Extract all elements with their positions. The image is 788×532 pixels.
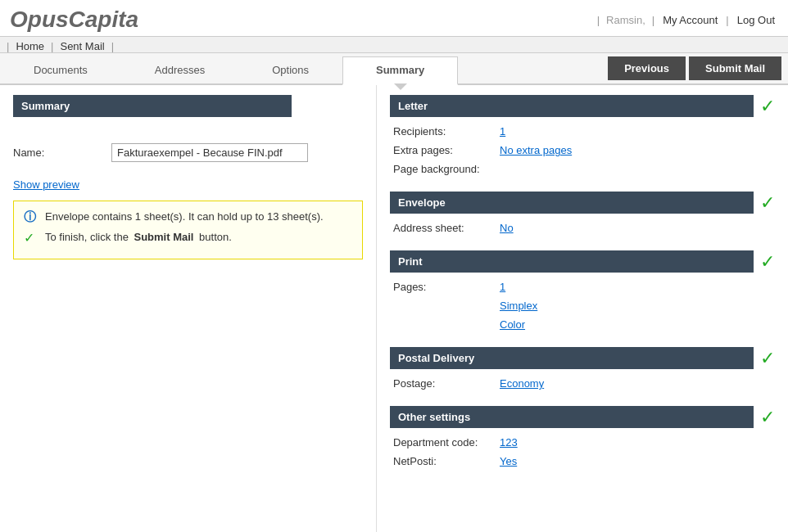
nav-addresses[interactable]: Addresses [121,56,238,83]
checkmark-icon: ✓ [24,230,38,246]
extra-pages-row: Extra pages: No extra pages [393,142,772,158]
extra-pages-value[interactable]: No extra pages [500,144,572,156]
other-settings-section: Other settings ✓ Department code: 123 Ne… [390,406,775,476]
pages-value[interactable]: 1 [500,281,505,293]
page-background-row: Page background: [393,161,772,177]
nav-sep-sent: | [51,40,53,52]
postage-row: Postage: Economy [393,376,772,391]
info-icon: ⓘ [24,210,38,225]
dept-code-row: Department code: 123 [393,435,772,450]
other-settings-header: Other settings ✓ [390,406,775,428]
print-body: Pages: 1 Simplex Color [390,273,775,339]
nav-documents[interactable]: Documents [0,56,121,83]
color-row: Color [393,317,772,332]
recipients-value[interactable]: 1 [500,125,505,138]
my-account-link[interactable]: My Account [663,14,718,26]
nav-bar: Documents Addresses Options Summary Prev… [0,53,788,85]
color-value[interactable]: Color [500,318,525,331]
address-sheet-row: Address sheet: No [393,220,772,236]
nav-sep-home: | [7,40,9,52]
envelope-info-text: Envelope contains 1 sheet(s). It can hol… [45,210,324,224]
print-check-icon: ✓ [760,251,775,273]
print-header: Print ✓ [390,250,775,273]
postal-delivery-section: Postal Delivery ✓ Postage: Economy [390,347,775,398]
nav-sep-end: | [111,40,114,52]
nav-options[interactable]: Options [238,56,342,83]
nav-sep3: | [726,14,728,26]
netposti-row: NetPosti: Yes [393,453,772,469]
logo-text: OpusCapita [10,7,138,32]
envelope-info-row: ⓘ Envelope contains 1 sheet(s). It can h… [24,210,352,225]
header: OpusCapita | Ramsin, | My Account | Log … [0,0,788,37]
envelope-check-icon: ✓ [760,192,775,214]
summary-section-title: Summary [13,95,363,130]
show-preview-link[interactable]: Show preview [13,178,363,191]
name-row: Name: [13,143,363,162]
address-sheet-value[interactable]: No [500,222,514,234]
other-settings-check-icon: ✓ [760,407,775,428]
print-section: Print ✓ Pages: 1 Simplex Color [390,250,775,339]
submit-info-text: To finish, click the Submit Mail button. [45,230,232,245]
other-settings-body: Department code: 123 NetPosti: Yes [390,428,775,476]
log-out-link[interactable]: Log Out [737,14,775,26]
postal-body: Postage: Economy [390,369,775,398]
envelope-body: Address sheet: No [390,214,775,242]
nav-bar-left: Documents Addresses Options Summary [0,56,458,83]
letter-check-icon: ✓ [760,96,775,117]
postal-header: Postal Delivery ✓ [390,347,775,369]
netposti-value[interactable]: Yes [500,455,517,467]
recipients-row: Recipients: 1 [393,124,772,139]
submit-info-row: ✓ To finish, click the Submit Mail butto… [24,230,352,246]
simplex-value[interactable]: Simplex [500,300,537,312]
nav-sep1: | [597,14,600,26]
postage-value[interactable]: Economy [500,377,544,390]
home-link[interactable]: Home [16,40,44,52]
username-label: Ramsin, [606,14,645,26]
name-input[interactable] [111,143,308,162]
info-box: ⓘ Envelope contains 1 sheet(s). It can h… [13,201,363,259]
previous-button[interactable]: Previous [608,56,686,80]
logo: OpusCapita [10,7,138,33]
name-label: Name: [13,147,111,159]
envelope-header: Envelope ✓ [390,192,775,214]
letter-header: Letter ✓ [390,95,775,117]
sent-mail-link[interactable]: Sent Mail [60,40,104,52]
right-panel: Letter ✓ Recipients: 1 Extra pages: No e… [377,85,788,532]
nav-sep2: | [652,14,654,26]
nav-bar-right: Previous Submit Mail [601,53,788,83]
pages-row: Pages: 1 [393,279,772,295]
envelope-section: Envelope ✓ Address sheet: No [390,192,775,242]
dept-code-value[interactable]: 123 [500,436,518,449]
submit-mail-button[interactable]: Submit Mail [689,56,781,80]
main-content: Summary Name: Show preview ⓘ Envelope co… [0,85,788,532]
top-nav-right: | Ramsin, | My Account | Log Out [596,14,778,26]
letter-section: Letter ✓ Recipients: 1 Extra pages: No e… [390,95,775,183]
left-panel: Summary Name: Show preview ⓘ Envelope co… [0,85,377,532]
letter-body: Recipients: 1 Extra pages: No extra page… [390,117,775,183]
postal-check-icon: ✓ [760,348,775,369]
simplex-row: Simplex [393,298,772,313]
nav-summary[interactable]: Summary [342,56,458,85]
